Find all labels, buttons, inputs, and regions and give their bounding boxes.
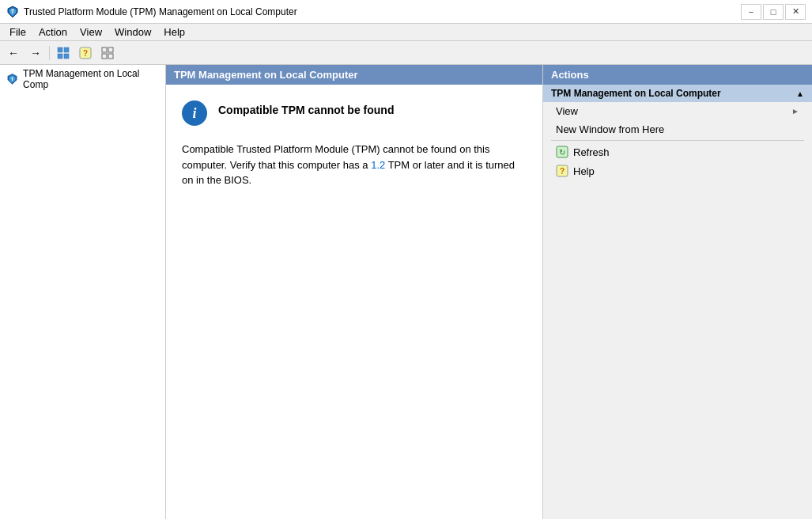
center-panel: TPM Management on Local Computer i Compa… [166,65,543,519]
forward-button[interactable]: → [25,44,46,63]
actions-panel: Actions TPM Management on Local Computer… [543,65,812,519]
svg-rect-3 [58,47,62,52]
svg-rect-5 [58,54,62,59]
actions-group-header[interactable]: TPM Management on Local Computer ▲ [543,85,812,102]
action-item-new-window[interactable]: New Window from Here [543,120,812,138]
svg-text:?: ? [83,49,88,58]
menu-action[interactable]: Action [32,25,74,40]
menu-help[interactable]: Help [157,25,191,40]
nav-item-label: TPM Management on Local Comp [23,68,159,90]
svg-text:T: T [11,9,15,14]
menu-view[interactable]: View [74,25,108,40]
console-tree-button[interactable] [53,44,74,63]
action-refresh-label: Refresh [573,146,610,158]
menu-window[interactable]: Window [108,25,157,40]
toolbar: ← → ? [0,41,812,65]
svg-rect-9 [102,47,107,52]
error-description: Compatible Trusted Platform Module (TPM)… [182,142,527,188]
menu-file[interactable]: File [3,25,32,40]
close-button[interactable]: ✕ [785,4,806,20]
title-bar-left: T Trusted Platform Module (TPM) Manageme… [6,6,297,18]
action-view-arrow: ► [791,107,799,116]
svg-rect-12 [108,54,113,59]
title-bar: T Trusted Platform Module (TPM) Manageme… [0,0,812,24]
svg-rect-6 [64,54,69,59]
tpm-nav-icon: T [6,73,18,85]
action-item-help[interactable]: ? Help [543,161,812,180]
center-panel-header: TPM Management on Local Computer [166,65,542,85]
action-help-icon: ? [556,165,568,177]
back-button[interactable]: ← [3,44,24,63]
svg-rect-11 [102,54,107,59]
help-button[interactable]: ? [75,44,96,63]
action-item-view[interactable]: View ► [543,102,812,120]
restore-button[interactable]: □ [763,4,784,20]
error-title: Compatible TPM cannot be found [218,100,394,116]
svg-rect-10 [108,47,113,52]
svg-text:?: ? [560,167,565,176]
actions-panel-header: Actions [543,65,812,85]
toolbar-separator-1 [49,46,50,60]
tpm-version-link[interactable]: 1.2 [371,159,385,171]
error-section: i Compatible TPM cannot be found [182,100,527,126]
action-divider-1 [551,140,804,141]
svg-rect-4 [64,47,69,52]
list-view-button[interactable] [97,44,118,63]
nav-item-tpm[interactable]: T TPM Management on Local Comp [0,65,165,93]
svg-text:T: T [11,77,14,81]
action-help-label: Help [573,165,595,177]
app-icon: T [6,6,19,18]
nav-panel: T TPM Management on Local Comp [0,65,166,519]
center-content: i Compatible TPM cannot be found Compati… [166,85,542,204]
title-bar-text: Trusted Platform Module (TPM) Management… [24,6,297,17]
minimize-button[interactable]: − [741,4,761,20]
title-bar-buttons: − □ ✕ [741,4,806,20]
action-new-window-label: New Window from Here [556,123,664,135]
refresh-icon: ↻ [556,146,568,158]
console-tree-icon [57,47,70,59]
help-icon: ? [79,47,92,59]
info-icon: i [182,100,207,126]
actions-group-arrow: ▲ [796,89,804,98]
menu-bar: File Action View Window Help [0,24,812,41]
list-view-icon [101,47,114,59]
main-area: T TPM Management on Local Comp TPM Manag… [0,65,812,519]
action-item-refresh[interactable]: ↻ Refresh [543,142,812,161]
svg-text:↻: ↻ [559,148,565,157]
actions-group-label: TPM Management on Local Computer [551,88,721,99]
action-view-label: View [556,105,578,117]
